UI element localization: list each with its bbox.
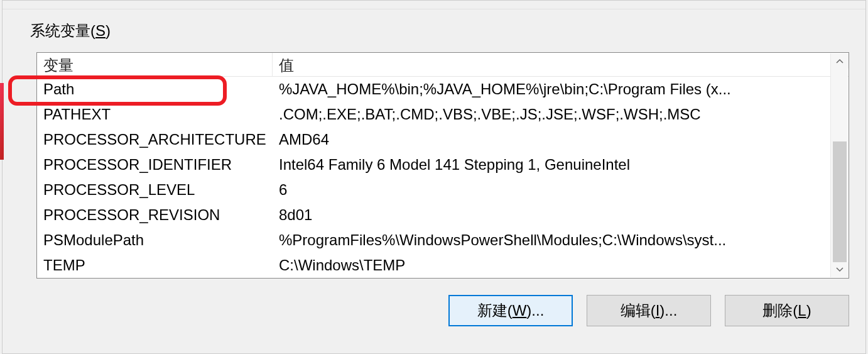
buttons-row: 新建(W)... 编辑(I)... 删除(L): [3, 295, 849, 326]
scroll-thumb[interactable]: [833, 141, 847, 264]
column-header-value[interactable]: 值: [273, 53, 849, 76]
btn-accel: I: [656, 302, 660, 319]
var-value-cell: 8d01: [273, 206, 849, 224]
btn-prefix: 删除(: [762, 301, 798, 321]
var-name-cell: PROCESSOR_LEVEL: [37, 181, 273, 199]
table-row[interactable]: Path %JAVA_HOME%\bin;%JAVA_HOME%\jre\bin…: [37, 77, 849, 102]
scroll-up-arrow-icon[interactable]: [831, 53, 849, 69]
table-row[interactable]: PATHEXT .COM;.EXE;.BAT;.CMD;.VBS;.VBE;.J…: [37, 102, 849, 127]
table-row[interactable]: PSModulePath %ProgramFiles%\WindowsPower…: [37, 228, 849, 253]
var-name-cell: Path: [37, 80, 273, 98]
rows-viewport: Path %JAVA_HOME%\bin;%JAVA_HOME%\jre\bin…: [37, 77, 849, 278]
section-label: 系统变量(S): [3, 9, 865, 41]
var-value-cell: C:\Windows\TEMP: [273, 257, 849, 274]
delete-button[interactable]: 删除(L): [725, 295, 849, 326]
btn-suffix: ): [806, 302, 811, 319]
table-row[interactable]: TEMP C:\Windows\TEMP: [37, 253, 849, 278]
table-row[interactable]: PROCESSOR_LEVEL 6: [37, 177, 849, 202]
var-name-cell: TEMP: [37, 257, 273, 274]
btn-suffix: )...: [526, 302, 544, 319]
scroll-down-arrow-icon[interactable]: [831, 262, 849, 277]
btn-accel: L: [798, 302, 806, 319]
var-name-cell: PATHEXT: [37, 106, 273, 123]
table-row[interactable]: PROCESSOR_ARCHITECTURE AMD64: [37, 127, 849, 152]
top-divider: [3, 1, 865, 9]
scrollbar-vertical[interactable]: [830, 53, 848, 277]
var-name-cell: PROCESSOR_IDENTIFIER: [37, 156, 273, 174]
section-label-accel: S: [95, 22, 106, 39]
column-header-name[interactable]: 变量: [37, 53, 273, 76]
table-row[interactable]: PROCESSOR_REVISION 8d01: [37, 202, 849, 228]
var-value-cell: Intel64 Family 6 Model 141 Stepping 1, G…: [273, 156, 849, 174]
var-name-cell: PROCESSOR_REVISION: [37, 206, 273, 224]
var-value-cell: %JAVA_HOME%\bin;%JAVA_HOME%\jre\bin;C:\P…: [273, 80, 849, 98]
var-value-cell: 6: [273, 181, 849, 199]
btn-prefix: 编辑(: [621, 301, 656, 321]
btn-suffix: )...: [659, 302, 677, 319]
edit-button[interactable]: 编辑(I)...: [587, 295, 711, 326]
btn-accel: W: [513, 302, 527, 319]
new-button[interactable]: 新建(W)...: [448, 295, 573, 326]
var-value-cell: %ProgramFiles%\WindowsPowerShell\Modules…: [273, 231, 849, 249]
var-value-cell: AMD64: [273, 131, 849, 148]
var-value-cell: .COM;.EXE;.BAT;.CMD;.VBS;.VBE;.JS;.JSE;.…: [273, 106, 849, 123]
section-label-suffix: ): [106, 22, 111, 39]
btn-prefix: 新建(: [477, 301, 513, 321]
system-variables-panel: 系统变量(S) 变量 值 Path %JAVA_HOME%\bin;%JAVA_…: [2, 0, 866, 354]
list-header: 变量 值: [37, 53, 849, 77]
section-label-prefix: 系统变量(: [30, 22, 95, 39]
table-row[interactable]: PROCESSOR_IDENTIFIER Intel64 Family 6 Mo…: [37, 152, 849, 177]
variables-list[interactable]: 变量 值 Path %JAVA_HOME%\bin;%JAVA_HOME%\jr…: [36, 52, 849, 279]
var-name-cell: PSModulePath: [37, 231, 273, 249]
var-name-cell: PROCESSOR_ARCHITECTURE: [37, 131, 273, 148]
